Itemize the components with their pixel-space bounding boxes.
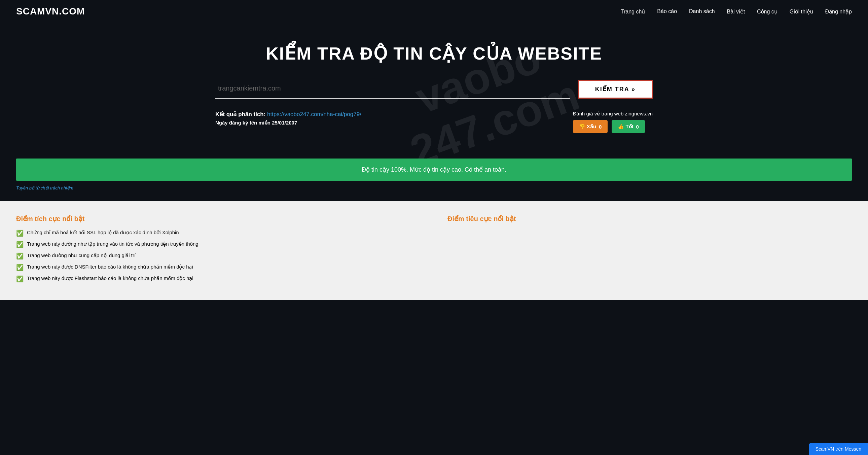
results-url[interactable]: https://vaobo247.com/nha-cai/pog79/ [267, 111, 361, 117]
positive-item-4: ✅ Trang web này được DNSFilter báo cáo l… [16, 264, 421, 271]
results-date: Ngày đăng ký tên miền 25/01/2007 [215, 120, 361, 126]
nav-link-cong-cu[interactable]: Công cụ [757, 9, 777, 14]
search-container: KIỂM TRA » [215, 80, 653, 99]
negative-col: Điểm tiêu cực nổi bật [447, 215, 852, 287]
results-right: Đánh giá về trang web zingnews.vn 👎 Xấu … [573, 111, 653, 133]
check-icon-2: ✅ [16, 241, 24, 248]
navbar: SCAMVN.COM Trang chủ Báo cáo Danh sách B… [0, 0, 868, 23]
positive-title: Điểm tích cực nổi bật [16, 215, 421, 223]
good-button[interactable]: 👍 Tốt 0 [612, 120, 645, 133]
check-icon-1: ✅ [16, 230, 24, 237]
nav-link-bai-viet[interactable]: Bài viết [727, 9, 745, 14]
check-icon-3: ✅ [16, 252, 24, 260]
positive-list: ✅ Chứng chỉ mã hoá kết nối SSL hợp lệ đã… [16, 230, 421, 283]
results-label: Kết quả phân tích: https://vaobo247.com/… [215, 111, 361, 118]
search-input[interactable] [215, 80, 570, 97]
trust-bar: Độ tin cậy 100%. Mức độ tin cậy cao. Có … [16, 158, 852, 181]
negative-title: Điểm tiêu cực nổi bật [447, 215, 852, 223]
bad-button[interactable]: 👎 Xấu 0 [573, 120, 608, 133]
results-row: Kết quả phân tích: https://vaobo247.com/… [215, 111, 653, 133]
positive-item-2: ✅ Trang web này dường như tập trung vào … [16, 241, 421, 248]
rating-label: Đánh giá về trang web zingnews.vn [573, 111, 653, 117]
trust-text: Độ tin cậy [362, 166, 391, 173]
results-left: Kết quả phân tích: https://vaobo247.com/… [215, 111, 361, 126]
nav-link-bao-cao[interactable]: Báo cáo [657, 8, 677, 14]
nav-link-gioi-thieu[interactable]: Giới thiệu [789, 9, 813, 14]
nav-link-danh-sach[interactable]: Danh sách [689, 8, 715, 14]
nav-links: Trang chủ Báo cáo Danh sách Bài viết Côn… [621, 8, 852, 15]
rating-buttons: 👎 Xấu 0 👍 Tốt 0 [573, 120, 653, 133]
bad-count: 0 [599, 124, 601, 129]
hero-section: vaobo247.com KIỂM TRA ĐỘ TIN CẬY CỦA WEB… [0, 23, 868, 158]
good-label: 👍 Tốt [618, 123, 633, 129]
trust-suffix: . Mức độ tin cậy cao. Có thể an toàn. [406, 166, 506, 173]
positive-item-3: ✅ Trang web dường như cung cấp nội dung … [16, 252, 421, 260]
messenger-label: ScamVN trên Messen [815, 446, 861, 452]
messenger-badge[interactable]: ScamVN trên Messen [809, 443, 868, 455]
bad-label: 👎 Xấu [579, 123, 596, 129]
content-section: Điểm tích cực nổi bật ✅ Chứng chỉ mã hoá… [0, 201, 868, 300]
trust-percent: 100% [391, 166, 406, 173]
check-icon-4: ✅ [16, 264, 24, 271]
disclaimer-link[interactable]: Tuyên bố từ chối trách nhiệm [16, 185, 73, 190]
results-section: Kết quả phân tích: https://vaobo247.com/… [215, 111, 653, 145]
hero-title: KIỂM TRA ĐỘ TIN CẬY CỦA WEBSITE [16, 43, 852, 64]
positive-item-5: ✅ Trang web này được Flashstart báo cáo … [16, 275, 421, 283]
nav-link-dang-nhap[interactable]: Đăng nhập [825, 9, 852, 14]
search-input-wrap [215, 80, 570, 99]
nav-link-trang-chu[interactable]: Trang chủ [621, 9, 645, 14]
positive-item-1: ✅ Chứng chỉ mã hoá kết nối SSL hợp lệ đã… [16, 230, 421, 237]
good-count: 0 [636, 124, 639, 129]
search-button[interactable]: KIỂM TRA » [578, 80, 653, 99]
positive-col: Điểm tích cực nổi bật ✅ Chứng chỉ mã hoá… [16, 215, 421, 287]
site-logo[interactable]: SCAMVN.COM [16, 6, 85, 17]
check-icon-5: ✅ [16, 275, 24, 283]
disclaimer[interactable]: Tuyên bố từ chối trách nhiệm [0, 181, 868, 190]
